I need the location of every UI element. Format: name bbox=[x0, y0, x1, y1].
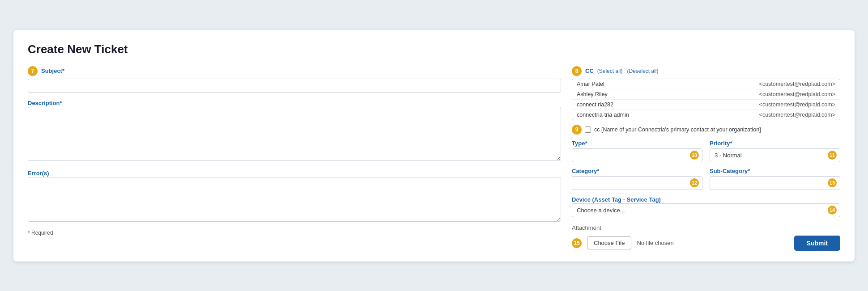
badge-7: 7 bbox=[28, 66, 38, 76]
badge-9-row: 9 bbox=[572, 125, 582, 135]
cc-contact-email-3: <customertest@redplaid.com> bbox=[759, 101, 835, 108]
description-section: Description* bbox=[28, 99, 561, 163]
cc-label: CC bbox=[585, 67, 594, 74]
attachment-label: Attachment bbox=[572, 224, 840, 231]
device-select-wrapper: Choose a device... 14 bbox=[572, 203, 840, 217]
description-input[interactable] bbox=[28, 107, 561, 161]
type-label: Type* bbox=[572, 140, 702, 147]
cc-list: Amar Patel <customertest@redplaid.com> A… bbox=[572, 79, 840, 120]
category-field-group: Category* 12 bbox=[572, 168, 702, 190]
required-note: * Required bbox=[28, 230, 561, 236]
badge-8: 8 bbox=[572, 66, 582, 76]
ticket-form-card: Create New Ticket 7 Subject* Description… bbox=[13, 30, 855, 261]
cc-contact-name-1: Amar Patel bbox=[577, 81, 604, 87]
subcategory-field-group: Sub-Category* 13 bbox=[710, 168, 840, 190]
cc-primary-checkbox[interactable] bbox=[585, 127, 591, 133]
priority-select[interactable]: 3 - Normal 1 - Critical 2 - High 4 - Low bbox=[710, 148, 840, 162]
category-select[interactable] bbox=[572, 176, 702, 190]
subcategory-label: Sub-Category* bbox=[710, 168, 840, 174]
category-subcategory-row: Category* 12 Sub-Category* 13 bbox=[572, 168, 840, 190]
device-select[interactable]: Choose a device... bbox=[572, 203, 840, 217]
choose-file-button[interactable]: Choose File bbox=[587, 236, 631, 249]
priority-field-group: Priority* 3 - Normal 1 - Critical 2 - Hi… bbox=[710, 140, 840, 162]
device-row: Device (Asset Tag - Service Tag) Choose … bbox=[572, 195, 840, 217]
submit-button[interactable]: Submit bbox=[794, 236, 840, 251]
right-column: 8 CC (Select all) (Deselect all) Amar Pa… bbox=[572, 66, 840, 251]
priority-label: Priority* bbox=[710, 140, 840, 147]
cc-header: 8 CC (Select all) (Deselect all) bbox=[572, 66, 840, 76]
subject-label: Subject* bbox=[41, 67, 64, 74]
list-item[interactable]: Amar Patel <customertest@redplaid.com> bbox=[572, 79, 840, 89]
attachment-footer: 15 Choose File No file chosen Submit bbox=[572, 236, 840, 251]
category-select-wrapper: 12 bbox=[572, 176, 702, 190]
cc-contact-name-4: connectria-tria admin bbox=[577, 112, 629, 118]
form-layout: 7 Subject* Description* Error(s) * Requi… bbox=[28, 66, 840, 251]
errors-input[interactable] bbox=[28, 177, 561, 222]
left-column: 7 Subject* Description* Error(s) * Requi… bbox=[28, 66, 561, 236]
cc-primary-text: cc [Name of your Connectria's primary co… bbox=[594, 127, 761, 133]
cc-contact-email-2: <customertest@redplaid.com> bbox=[759, 91, 835, 97]
subject-section: 7 Subject* bbox=[28, 66, 561, 93]
cc-contact-name-2: Ashley Riley bbox=[577, 91, 608, 97]
badge-9: 9 bbox=[572, 125, 582, 135]
cc-contact-email-4: <customertest@redplaid.com> bbox=[759, 112, 835, 118]
subcategory-select-wrapper: 13 bbox=[710, 176, 840, 190]
priority-select-wrapper: 3 - Normal 1 - Critical 2 - High 4 - Low… bbox=[710, 148, 840, 162]
select-all-link[interactable]: (Select all) bbox=[597, 68, 623, 74]
device-label: Device (Asset Tag - Service Tag) bbox=[572, 196, 661, 203]
errors-section: Error(s) bbox=[28, 169, 561, 224]
deselect-all-link[interactable]: (Deselect all) bbox=[627, 68, 658, 74]
badge-15: 15 bbox=[572, 238, 582, 248]
subcategory-select[interactable] bbox=[710, 176, 840, 190]
cc-links: (Select all) (Deselect all) bbox=[597, 68, 659, 74]
page-title: Create New Ticket bbox=[28, 42, 840, 56]
type-select[interactable] bbox=[572, 148, 702, 162]
list-item[interactable]: connect ria282 <customertest@redplaid.co… bbox=[572, 100, 840, 110]
cc-primary-row: 9 cc [Name of your Connectria's primary … bbox=[572, 125, 840, 135]
description-label: Description* bbox=[28, 100, 62, 106]
cc-contact-name-3: connect ria282 bbox=[577, 101, 613, 108]
list-item[interactable]: Ashley Riley <customertest@redplaid.com> bbox=[572, 89, 840, 100]
no-file-text: No file chosen bbox=[637, 240, 673, 246]
attachment-row: 15 Choose File No file chosen bbox=[572, 236, 674, 249]
attachment-section: Attachment 15 Choose File No file chosen… bbox=[572, 224, 840, 251]
subject-header: 7 Subject* bbox=[28, 66, 561, 76]
errors-label: Error(s) bbox=[28, 170, 49, 177]
type-priority-row: Type* 10 Priority* 3 - Normal 1 - Critic… bbox=[572, 140, 840, 162]
list-item[interactable]: connectria-tria admin <customertest@redp… bbox=[572, 110, 840, 120]
type-field-group: Type* 10 bbox=[572, 140, 702, 162]
cc-contact-email-1: <customertest@redplaid.com> bbox=[759, 81, 835, 87]
category-label: Category* bbox=[572, 168, 702, 174]
subject-input[interactable] bbox=[28, 79, 561, 93]
type-select-wrapper: 10 bbox=[572, 148, 702, 162]
